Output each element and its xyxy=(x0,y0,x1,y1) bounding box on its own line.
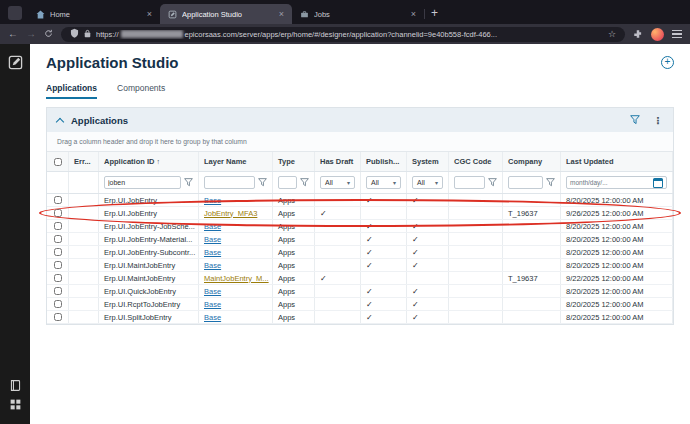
layer-name-link[interactable]: JobEntry_MFA3 xyxy=(204,209,257,218)
new-tab-button[interactable]: + xyxy=(431,6,438,20)
back-icon[interactable]: ← xyxy=(8,29,18,39)
column-header-last-updated[interactable]: Last Updated xyxy=(561,152,673,171)
layer-name-link[interactable]: Base xyxy=(204,235,221,244)
panel-filter-icon[interactable] xyxy=(630,115,640,125)
layer-name-link[interactable]: Base xyxy=(204,261,221,270)
row-checkbox[interactable] xyxy=(54,300,62,308)
table-row[interactable]: Erp.UI.SplitJobEntryBaseApps✓✓8/20/2025 … xyxy=(47,311,673,324)
cell-company xyxy=(503,259,561,271)
row-select-cell xyxy=(47,220,69,232)
filter-icon[interactable] xyxy=(184,178,193,187)
browser-tab-application-studio[interactable]: Application Studio × xyxy=(160,4,292,24)
has-draft-filter-dropdown[interactable]: All ▾ xyxy=(320,176,355,189)
layer-name-link[interactable]: Base xyxy=(204,313,221,322)
row-checkbox[interactable] xyxy=(54,235,62,243)
column-header-has-draft[interactable]: Has Draft xyxy=(315,152,361,171)
row-select-cell xyxy=(47,259,69,271)
date-filter-input[interactable]: month/day/... xyxy=(566,176,667,189)
cell-system: ✓ xyxy=(407,259,449,271)
table-row[interactable]: Erp.UI.JobEntry-JobSche...BaseApps✓✓8/20… xyxy=(47,220,673,233)
layer-name-link[interactable]: Base xyxy=(204,248,221,257)
column-header-cgc-code[interactable]: CGC Code xyxy=(449,152,503,171)
column-header-publish[interactable]: Publish... xyxy=(361,152,407,171)
layer-name-link[interactable]: Base xyxy=(204,196,221,205)
row-checkbox[interactable] xyxy=(54,274,62,282)
filter-icon[interactable] xyxy=(546,178,555,187)
extensions-puzzle-icon[interactable] xyxy=(633,25,643,43)
calendar-icon[interactable] xyxy=(653,178,663,188)
column-header-layer-name[interactable]: Layer Name xyxy=(199,152,273,171)
layer-name-link[interactable]: Base xyxy=(204,287,221,296)
url-field[interactable]: https:// epicorsaas.com/server/apps/erp/… xyxy=(61,27,625,42)
browser-tab-home[interactable]: Home × xyxy=(28,4,160,24)
tab-close-icon[interactable]: × xyxy=(278,9,285,19)
row-checkbox[interactable] xyxy=(54,196,62,204)
published-filter-dropdown[interactable]: All ▾ xyxy=(366,176,401,189)
tab-applications[interactable]: Applications xyxy=(46,83,97,99)
column-header-company[interactable]: Company xyxy=(503,152,561,171)
cell-has-draft xyxy=(315,220,361,232)
column-header-application-id[interactable]: Application ID↑ xyxy=(99,152,199,171)
type-filter-input[interactable] xyxy=(278,176,297,189)
browser-tab-jobs[interactable]: Jobs × xyxy=(292,4,424,24)
apps-grid-icon[interactable] xyxy=(9,398,22,411)
tab-components[interactable]: Components xyxy=(117,83,165,99)
cell-cgc-code xyxy=(449,259,503,271)
layer-name-link[interactable]: Base xyxy=(204,300,221,309)
layer-name-filter-input[interactable] xyxy=(204,176,255,189)
check-icon: ✓ xyxy=(320,209,327,218)
table-row[interactable]: Erp.UI.JobEntryJobEntry_MFA3Apps✓T_19637… xyxy=(47,207,673,220)
layer-name-link[interactable]: MaintJobEntry_M... xyxy=(204,274,269,283)
system-filter-dropdown[interactable]: All ▾ xyxy=(412,176,443,189)
tab-close-icon[interactable]: × xyxy=(146,9,153,19)
table-row[interactable]: Erp.UI.JobEntry-Material...BaseApps✓✓8/2… xyxy=(47,233,673,246)
notebook-icon[interactable] xyxy=(9,379,22,392)
chevron-up-icon[interactable] xyxy=(56,117,64,125)
panel-header[interactable]: Applications ⋮ xyxy=(47,108,673,132)
panel-kebab-menu-icon[interactable]: ⋮ xyxy=(653,115,663,126)
row-checkbox[interactable] xyxy=(54,209,62,217)
table-row[interactable]: Erp.UI.MaintJobEntryMaintJobEntry_M...Ap… xyxy=(47,272,673,285)
column-header-err[interactable]: Err... xyxy=(69,152,99,171)
lock-icon[interactable] xyxy=(84,29,91,40)
profile-avatar[interactable] xyxy=(651,28,664,41)
row-select-cell xyxy=(47,194,69,206)
select-all-checkbox[interactable] xyxy=(54,158,62,166)
table-row[interactable]: Erp.UI.QuickJobEntryBaseApps✓✓8/20/2025 … xyxy=(47,285,673,298)
table-row[interactable]: Erp.UI.JobEntry-Subcontr...BaseApps✓✓8/2… xyxy=(47,246,673,259)
app-window: Application Studio + Applications Compon… xyxy=(0,44,690,424)
application-id-filter-input[interactable] xyxy=(104,176,181,189)
row-select-cell xyxy=(47,207,69,219)
caret-down-icon: ▾ xyxy=(393,179,396,186)
filter-company-cell xyxy=(503,172,561,193)
app-studio-icon[interactable] xyxy=(8,55,23,70)
row-checkbox[interactable] xyxy=(54,287,62,295)
bookmark-star-icon[interactable]: ☆ xyxy=(608,29,616,39)
tab-close-icon[interactable]: × xyxy=(410,9,417,19)
cell-cgc-code xyxy=(449,311,503,323)
row-checkbox[interactable] xyxy=(54,222,62,230)
add-application-button[interactable]: + xyxy=(661,56,674,69)
column-header-system[interactable]: System xyxy=(407,152,449,171)
cgc-code-filter-input[interactable] xyxy=(454,176,485,189)
row-checkbox[interactable] xyxy=(54,261,62,269)
firefox-view-icon[interactable] xyxy=(8,6,22,20)
filter-icon[interactable] xyxy=(300,178,309,187)
forward-icon[interactable]: → xyxy=(26,29,36,39)
cell-published: ✓ xyxy=(361,311,407,323)
table-row[interactable]: Erp.UI.MaintJobEntryBaseApps✓✓8/20/2025 … xyxy=(47,259,673,272)
column-header-type[interactable]: Type xyxy=(273,152,315,171)
filter-icon[interactable] xyxy=(488,178,497,187)
cell-last-updated: 8/20/2025 12:00:00 AM xyxy=(561,220,673,232)
refresh-icon[interactable] xyxy=(44,29,53,40)
row-checkbox[interactable] xyxy=(54,313,62,321)
shield-icon[interactable] xyxy=(70,28,79,40)
table-row[interactable]: Erp.UI.RcptToJobEntryBaseApps✓✓8/20/2025… xyxy=(47,298,673,311)
filter-icon[interactable] xyxy=(258,178,267,187)
grid-filter-row: All ▾ All ▾ All ▾ xyxy=(47,172,673,194)
menu-hamburger-icon[interactable] xyxy=(672,30,682,38)
company-filter-input[interactable] xyxy=(508,176,543,189)
table-row[interactable]: Erp.UI.JobEntryBaseApps✓✓8/20/2025 12:00… xyxy=(47,194,673,207)
layer-name-link[interactable]: Base xyxy=(204,222,221,231)
row-checkbox[interactable] xyxy=(54,248,62,256)
